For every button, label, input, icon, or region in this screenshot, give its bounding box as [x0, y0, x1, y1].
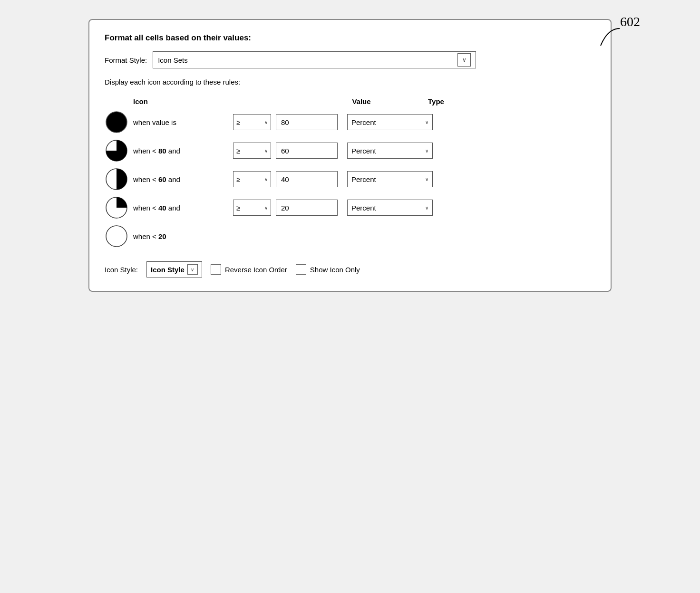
rule-4-operator-value: ≥ — [236, 204, 264, 212]
format-style-row: Format Style: Icon Sets ∨ — [105, 51, 595, 68]
rule-2-value-input[interactable]: 60 — [276, 143, 338, 159]
rule-4-type-value: Percent — [351, 204, 425, 212]
svg-point-4 — [106, 226, 127, 247]
rule-2-type-chevron-icon: ∨ — [425, 148, 428, 153]
rule-row-3: when < 60 and ≥ ∨ 40 Percent ∨ — [105, 167, 595, 191]
icon-empty-circle — [105, 224, 128, 248]
rule-row-5: when < 20 — [105, 224, 595, 248]
bottom-row: Icon Style: Icon Style ∨ Reverse Icon Or… — [105, 261, 595, 277]
rule-4-value-input[interactable]: 20 — [276, 200, 338, 216]
reverse-icon-order-checkbox[interactable]: Reverse Icon Order — [211, 264, 287, 275]
icon-quarter-circle — [105, 196, 128, 220]
icon-half-circle — [105, 167, 128, 191]
rule-2-type-value: Percent — [351, 147, 425, 155]
rule-3-operator-chevron-icon: ∨ — [264, 177, 268, 182]
rules-header: Icon Value Type — [105, 97, 595, 105]
rule-5-condition: when < 20 — [133, 232, 166, 240]
rule-2-operator-value: ≥ — [236, 147, 264, 155]
rule-3-type-chevron-icon: ∨ — [425, 177, 428, 182]
header-value-label: Value — [304, 97, 418, 105]
rules-table: Icon Value Type when value is ≥ ∨ 80 Per — [105, 97, 595, 248]
rule-row-2: when < 80 and ≥ ∨ 60 Percent ∨ — [105, 139, 595, 163]
rules-description: Display each icon according to these rul… — [105, 78, 595, 86]
rule-3-value-input[interactable]: 40 — [276, 171, 338, 187]
rule-4-operator-chevron-icon: ∨ — [264, 205, 268, 210]
section-title: Format all cells based on their values: — [105, 33, 595, 43]
rule-3-operator-dropdown[interactable]: ≥ ∨ — [233, 171, 271, 187]
rule-1-value-input[interactable]: 80 — [276, 114, 338, 130]
reference-line — [593, 28, 622, 47]
rule-2-type-dropdown[interactable]: Percent ∨ — [347, 143, 433, 159]
rule-4-operator-dropdown[interactable]: ≥ ∨ — [233, 200, 271, 216]
rule-2-operator-dropdown[interactable]: ≥ ∨ — [233, 143, 271, 159]
show-icon-only-checkbox[interactable]: Show Icon Only — [296, 264, 360, 275]
icon-full-circle — [105, 110, 128, 134]
rule-2-operator-chevron-icon: ∨ — [264, 148, 268, 153]
header-type-label: Type — [428, 97, 444, 105]
rule-row-4: when < 40 and ≥ ∨ 20 Percent ∨ — [105, 196, 595, 220]
show-icon-only-checkbox-box[interactable] — [296, 264, 306, 275]
format-style-dropdown[interactable]: Icon Sets ∨ — [153, 51, 476, 68]
icon-style-value: Icon Style — [151, 266, 185, 274]
rule-1-type-dropdown[interactable]: Percent ∨ — [347, 114, 433, 130]
rule-3-condition: when < 60 and — [133, 175, 228, 183]
icon-style-arrow-box: ∨ — [187, 264, 198, 275]
rule-4-condition: when < 40 and — [133, 204, 228, 212]
rule-3-type-dropdown[interactable]: Percent ∨ — [347, 171, 433, 187]
rule-1-operator-value: ≥ — [236, 118, 264, 126]
reverse-icon-order-label: Reverse Icon Order — [225, 266, 287, 274]
rule-1-operator-chevron-icon: ∨ — [264, 120, 268, 125]
format-style-arrow-box: ∨ — [457, 53, 471, 67]
dialog-container: 602 Format all cells based on their valu… — [88, 19, 612, 292]
reverse-icon-order-checkbox-box[interactable] — [211, 264, 221, 275]
rule-1-type-value: Percent — [351, 118, 425, 126]
dialog-box: Format all cells based on their values: … — [88, 19, 612, 292]
rule-4-type-chevron-icon: ∨ — [425, 205, 428, 210]
rule-3-type-value: Percent — [351, 175, 425, 183]
rule-1-type-chevron-icon: ∨ — [425, 120, 428, 125]
header-icon-label: Icon — [133, 97, 238, 105]
show-icon-only-label: Show Icon Only — [310, 266, 360, 274]
rule-1-condition: when value is — [133, 118, 228, 126]
format-style-label: Format Style: — [105, 56, 147, 64]
rule-1-operator-dropdown[interactable]: ≥ ∨ — [233, 114, 271, 130]
icon-style-chevron-icon: ∨ — [191, 267, 194, 272]
svg-point-0 — [106, 112, 127, 133]
icon-style-label: Icon Style: — [105, 266, 138, 274]
reference-number: 602 — [620, 14, 640, 29]
format-style-chevron-icon: ∨ — [462, 57, 467, 63]
rule-2-condition: when < 80 and — [133, 147, 228, 155]
rule-row-1: when value is ≥ ∨ 80 Percent ∨ — [105, 110, 595, 134]
icon-style-dropdown[interactable]: Icon Style ∨ — [146, 261, 202, 277]
rule-3-operator-value: ≥ — [236, 175, 264, 183]
rule-4-type-dropdown[interactable]: Percent ∨ — [347, 200, 433, 216]
icon-three-quarter-circle — [105, 139, 128, 163]
format-style-value: Icon Sets — [158, 56, 457, 64]
